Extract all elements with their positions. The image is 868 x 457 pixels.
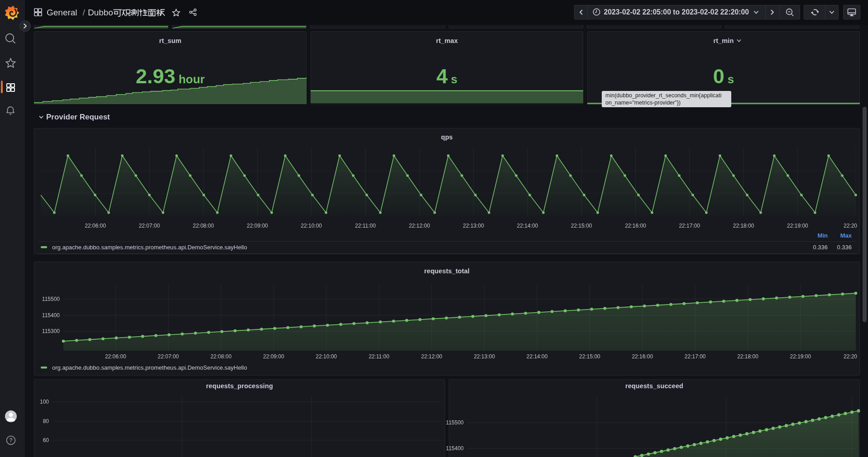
svg-text:?: ? <box>9 437 13 443</box>
